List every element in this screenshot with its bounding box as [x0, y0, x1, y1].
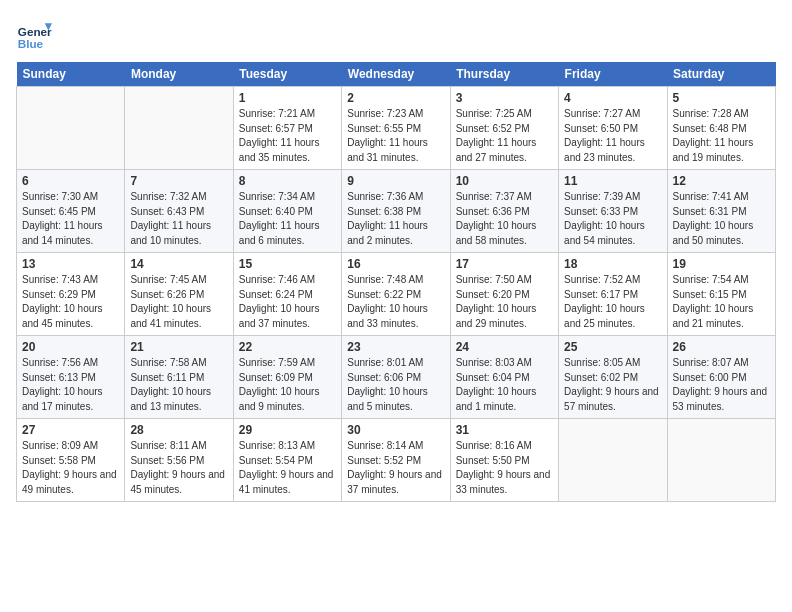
day-detail: Sunrise: 7:48 AM Sunset: 6:22 PM Dayligh… [347, 273, 444, 331]
day-detail: Sunrise: 8:11 AM Sunset: 5:56 PM Dayligh… [130, 439, 227, 497]
header-day-sunday: Sunday [17, 62, 125, 87]
day-detail: Sunrise: 7:46 AM Sunset: 6:24 PM Dayligh… [239, 273, 336, 331]
day-number: 11 [564, 174, 661, 188]
day-detail: Sunrise: 7:36 AM Sunset: 6:38 PM Dayligh… [347, 190, 444, 248]
day-detail: Sunrise: 7:58 AM Sunset: 6:11 PM Dayligh… [130, 356, 227, 414]
day-number: 22 [239, 340, 336, 354]
day-number: 24 [456, 340, 553, 354]
day-detail: Sunrise: 8:09 AM Sunset: 5:58 PM Dayligh… [22, 439, 119, 497]
day-cell: 12Sunrise: 7:41 AM Sunset: 6:31 PM Dayli… [667, 170, 775, 253]
day-detail: Sunrise: 7:37 AM Sunset: 6:36 PM Dayligh… [456, 190, 553, 248]
day-number: 23 [347, 340, 444, 354]
calendar-header: SundayMondayTuesdayWednesdayThursdayFrid… [17, 62, 776, 87]
day-detail: Sunrise: 7:54 AM Sunset: 6:15 PM Dayligh… [673, 273, 770, 331]
day-number: 18 [564, 257, 661, 271]
day-number: 27 [22, 423, 119, 437]
day-cell: 4Sunrise: 7:27 AM Sunset: 6:50 PM Daylig… [559, 87, 667, 170]
day-detail: Sunrise: 8:14 AM Sunset: 5:52 PM Dayligh… [347, 439, 444, 497]
day-detail: Sunrise: 7:21 AM Sunset: 6:57 PM Dayligh… [239, 107, 336, 165]
day-detail: Sunrise: 8:05 AM Sunset: 6:02 PM Dayligh… [564, 356, 661, 414]
day-cell: 8Sunrise: 7:34 AM Sunset: 6:40 PM Daylig… [233, 170, 341, 253]
day-number: 7 [130, 174, 227, 188]
header-day-tuesday: Tuesday [233, 62, 341, 87]
day-detail: Sunrise: 7:27 AM Sunset: 6:50 PM Dayligh… [564, 107, 661, 165]
day-cell: 25Sunrise: 8:05 AM Sunset: 6:02 PM Dayli… [559, 336, 667, 419]
day-cell: 10Sunrise: 7:37 AM Sunset: 6:36 PM Dayli… [450, 170, 558, 253]
day-cell: 19Sunrise: 7:54 AM Sunset: 6:15 PM Dayli… [667, 253, 775, 336]
day-number: 1 [239, 91, 336, 105]
day-cell: 18Sunrise: 7:52 AM Sunset: 6:17 PM Dayli… [559, 253, 667, 336]
day-number: 4 [564, 91, 661, 105]
day-number: 8 [239, 174, 336, 188]
day-detail: Sunrise: 7:25 AM Sunset: 6:52 PM Dayligh… [456, 107, 553, 165]
day-number: 20 [22, 340, 119, 354]
day-number: 31 [456, 423, 553, 437]
day-cell: 28Sunrise: 8:11 AM Sunset: 5:56 PM Dayli… [125, 419, 233, 502]
day-cell: 9Sunrise: 7:36 AM Sunset: 6:38 PM Daylig… [342, 170, 450, 253]
day-detail: Sunrise: 7:34 AM Sunset: 6:40 PM Dayligh… [239, 190, 336, 248]
day-number: 30 [347, 423, 444, 437]
day-cell: 23Sunrise: 8:01 AM Sunset: 6:06 PM Dayli… [342, 336, 450, 419]
day-detail: Sunrise: 7:43 AM Sunset: 6:29 PM Dayligh… [22, 273, 119, 331]
header-day-friday: Friday [559, 62, 667, 87]
day-cell: 1Sunrise: 7:21 AM Sunset: 6:57 PM Daylig… [233, 87, 341, 170]
day-cell [667, 419, 775, 502]
day-cell: 29Sunrise: 8:13 AM Sunset: 5:54 PM Dayli… [233, 419, 341, 502]
day-number: 17 [456, 257, 553, 271]
day-detail: Sunrise: 7:28 AM Sunset: 6:48 PM Dayligh… [673, 107, 770, 165]
day-detail: Sunrise: 8:13 AM Sunset: 5:54 PM Dayligh… [239, 439, 336, 497]
header-day-monday: Monday [125, 62, 233, 87]
day-detail: Sunrise: 7:41 AM Sunset: 6:31 PM Dayligh… [673, 190, 770, 248]
day-number: 12 [673, 174, 770, 188]
day-number: 2 [347, 91, 444, 105]
day-cell: 26Sunrise: 8:07 AM Sunset: 6:00 PM Dayli… [667, 336, 775, 419]
day-cell [559, 419, 667, 502]
day-detail: Sunrise: 7:32 AM Sunset: 6:43 PM Dayligh… [130, 190, 227, 248]
day-number: 14 [130, 257, 227, 271]
header-day-saturday: Saturday [667, 62, 775, 87]
day-cell: 15Sunrise: 7:46 AM Sunset: 6:24 PM Dayli… [233, 253, 341, 336]
day-number: 9 [347, 174, 444, 188]
day-cell: 17Sunrise: 7:50 AM Sunset: 6:20 PM Dayli… [450, 253, 558, 336]
header-day-thursday: Thursday [450, 62, 558, 87]
day-cell: 2Sunrise: 7:23 AM Sunset: 6:55 PM Daylig… [342, 87, 450, 170]
day-cell: 14Sunrise: 7:45 AM Sunset: 6:26 PM Dayli… [125, 253, 233, 336]
day-cell [125, 87, 233, 170]
day-detail: Sunrise: 7:45 AM Sunset: 6:26 PM Dayligh… [130, 273, 227, 331]
day-number: 25 [564, 340, 661, 354]
day-cell [17, 87, 125, 170]
day-number: 29 [239, 423, 336, 437]
day-number: 26 [673, 340, 770, 354]
day-detail: Sunrise: 8:01 AM Sunset: 6:06 PM Dayligh… [347, 356, 444, 414]
svg-text:Blue: Blue [18, 37, 44, 50]
week-row-2: 6Sunrise: 7:30 AM Sunset: 6:45 PM Daylig… [17, 170, 776, 253]
header-day-wednesday: Wednesday [342, 62, 450, 87]
week-row-3: 13Sunrise: 7:43 AM Sunset: 6:29 PM Dayli… [17, 253, 776, 336]
day-detail: Sunrise: 8:03 AM Sunset: 6:04 PM Dayligh… [456, 356, 553, 414]
day-cell: 16Sunrise: 7:48 AM Sunset: 6:22 PM Dayli… [342, 253, 450, 336]
week-row-5: 27Sunrise: 8:09 AM Sunset: 5:58 PM Dayli… [17, 419, 776, 502]
day-detail: Sunrise: 7:52 AM Sunset: 6:17 PM Dayligh… [564, 273, 661, 331]
day-detail: Sunrise: 7:50 AM Sunset: 6:20 PM Dayligh… [456, 273, 553, 331]
day-detail: Sunrise: 7:59 AM Sunset: 6:09 PM Dayligh… [239, 356, 336, 414]
day-number: 16 [347, 257, 444, 271]
day-cell: 3Sunrise: 7:25 AM Sunset: 6:52 PM Daylig… [450, 87, 558, 170]
day-detail: Sunrise: 7:23 AM Sunset: 6:55 PM Dayligh… [347, 107, 444, 165]
page-header: General Blue [16, 16, 776, 52]
day-detail: Sunrise: 8:16 AM Sunset: 5:50 PM Dayligh… [456, 439, 553, 497]
day-cell: 31Sunrise: 8:16 AM Sunset: 5:50 PM Dayli… [450, 419, 558, 502]
day-cell: 5Sunrise: 7:28 AM Sunset: 6:48 PM Daylig… [667, 87, 775, 170]
day-cell: 21Sunrise: 7:58 AM Sunset: 6:11 PM Dayli… [125, 336, 233, 419]
header-row: SundayMondayTuesdayWednesdayThursdayFrid… [17, 62, 776, 87]
day-number: 3 [456, 91, 553, 105]
day-cell: 24Sunrise: 8:03 AM Sunset: 6:04 PM Dayli… [450, 336, 558, 419]
day-cell: 13Sunrise: 7:43 AM Sunset: 6:29 PM Dayli… [17, 253, 125, 336]
day-number: 28 [130, 423, 227, 437]
week-row-4: 20Sunrise: 7:56 AM Sunset: 6:13 PM Dayli… [17, 336, 776, 419]
day-cell: 20Sunrise: 7:56 AM Sunset: 6:13 PM Dayli… [17, 336, 125, 419]
day-cell: 22Sunrise: 7:59 AM Sunset: 6:09 PM Dayli… [233, 336, 341, 419]
day-detail: Sunrise: 7:30 AM Sunset: 6:45 PM Dayligh… [22, 190, 119, 248]
day-number: 21 [130, 340, 227, 354]
calendar-body: 1Sunrise: 7:21 AM Sunset: 6:57 PM Daylig… [17, 87, 776, 502]
day-number: 10 [456, 174, 553, 188]
